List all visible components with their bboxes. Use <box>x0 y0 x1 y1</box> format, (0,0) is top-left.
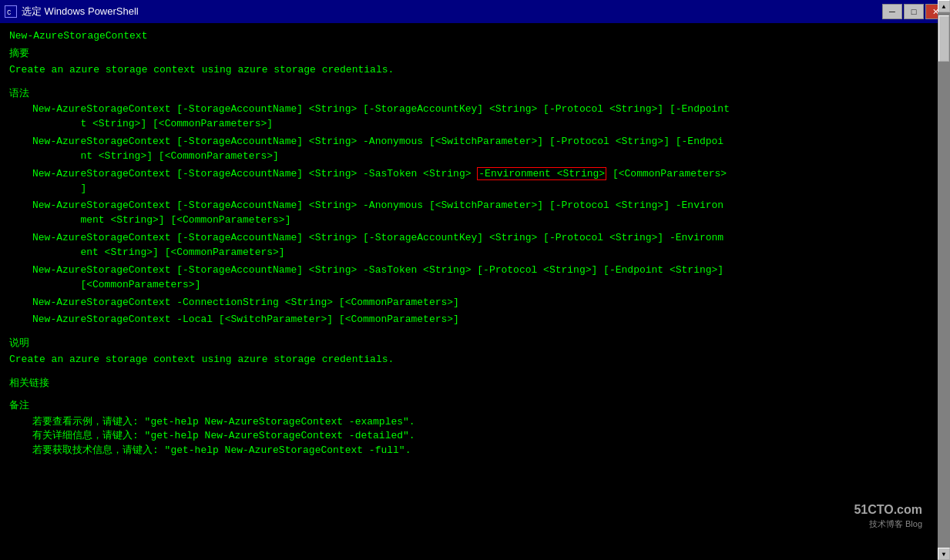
scrollbar-down-arrow[interactable]: ▼ <box>938 548 950 560</box>
summary-text: Create an azure storage context using az… <box>9 63 928 78</box>
section-related-header: 相关链接 <box>9 377 928 391</box>
description-text: Create an azure storage context using az… <box>9 353 928 367</box>
notes-line-1: 若要查看示例，请键入: "get-help New-AzureStorageCo… <box>9 415 928 430</box>
syntax-line-4: New-AzureStorageContext [-StorageAccount… <box>9 199 928 228</box>
top-line: New-AzureStorageContext <box>9 29 928 44</box>
watermark: 51CTO.com 技术博客 Blog <box>854 501 922 531</box>
syntax-line-5: New-AzureStorageContext [-StorageAccount… <box>9 231 928 260</box>
section-summary-header: 摘要 <box>9 47 928 62</box>
titlebar-title: 选定 Windows PowerShell <box>22 5 139 18</box>
scrollbar-thumb[interactable] <box>938 15 949 62</box>
notes-line-2: 有关详细信息，请键入: "get-help New-AzureStorageCo… <box>9 429 928 444</box>
powershell-icon: C <box>5 5 17 18</box>
syntax-line-1: New-AzureStorageContext [-StorageAccount… <box>9 102 928 132</box>
scrollbar-up-arrow[interactable]: ▲ <box>938 0 950 12</box>
terminal-content: New-AzureStorageContext 摘要 Create an azu… <box>0 23 938 537</box>
syntax-line-2: New-AzureStorageContext [-StorageAccount… <box>9 135 928 164</box>
syntax-line-6: New-AzureStorageContext [-StorageAccount… <box>9 263 928 293</box>
titlebar-controls: ─ □ ✕ <box>882 4 945 19</box>
watermark-subtitle: 技术博客 Blog <box>854 518 922 531</box>
syntax-line-3: New-AzureStorageContext [-StorageAccount… <box>9 167 928 196</box>
notes-line-3: 若要获取技术信息，请键入: "get-help New-AzureStorage… <box>9 444 928 458</box>
syntax-line-7: New-AzureStorageContext -ConnectionStrin… <box>9 296 928 310</box>
titlebar-left: C 选定 Windows PowerShell <box>5 5 139 18</box>
scrollbar-track[interactable] <box>938 12 950 548</box>
section-syntax-header: 语法 <box>9 87 928 102</box>
highlighted-environment: -Environment <String> <box>477 167 606 180</box>
svg-text:C: C <box>7 9 12 17</box>
syntax-line-8: New-AzureStorageContext -Local [<SwitchP… <box>9 313 928 327</box>
section-description-header: 说明 <box>9 337 928 351</box>
watermark-brand: 51CTO.com <box>854 501 922 518</box>
section-notes-header: 备注 <box>9 399 928 414</box>
minimize-button[interactable]: ─ <box>882 4 902 19</box>
titlebar: C 选定 Windows PowerShell ─ □ ✕ <box>0 0 950 23</box>
maximize-button[interactable]: □ <box>904 4 924 19</box>
scrollbar[interactable]: ▲ ▼ <box>938 0 950 560</box>
